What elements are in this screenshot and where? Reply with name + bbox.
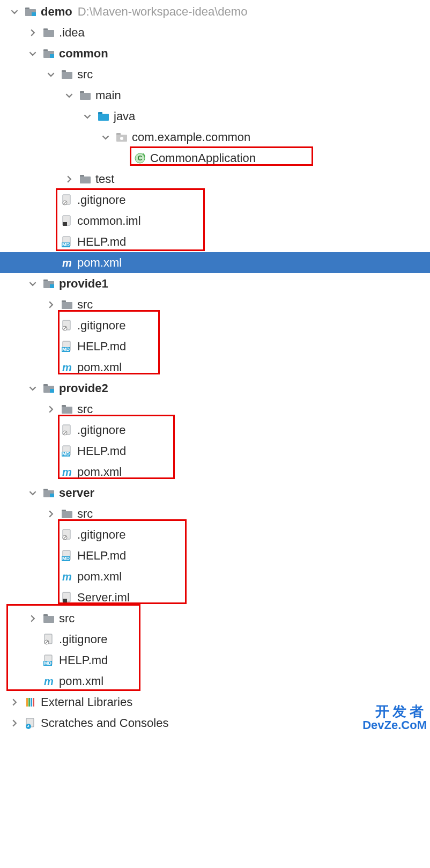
node-label: src: [59, 612, 75, 626]
node-label: .gitignore: [77, 528, 126, 542]
tree-row-server[interactable]: server: [0, 482, 430, 503]
chevron-down-icon[interactable]: [24, 280, 42, 288]
tree-row-common-main[interactable]: main: [0, 85, 430, 106]
node-label: main: [95, 89, 121, 102]
chevron-right-icon[interactable]: [42, 406, 60, 413]
watermark-line2: DevZe.CoM: [362, 719, 427, 731]
module-folder-icon: [24, 6, 38, 17]
node-label: pom.xml: [77, 465, 122, 479]
tree-row-provide1[interactable]: provide1: [0, 273, 430, 294]
svg-rect-44: [50, 389, 54, 393]
chevron-right-icon[interactable]: [42, 301, 60, 308]
markdown-file-icon: MD: [60, 550, 74, 562]
chevron-down-icon[interactable]: [24, 50, 42, 57]
tree-row-provide1-gitignore[interactable]: .gitignore: [0, 315, 430, 336]
folder-icon: [60, 509, 74, 519]
maven-file-icon: m: [42, 675, 56, 687]
chevron-down-icon[interactable]: [24, 385, 42, 392]
libraries-icon: [24, 696, 38, 708]
svg-rect-67: [63, 599, 67, 602]
tree-row-demo[interactable]: demo D:\Maven-workspace-idea\demo: [0, 1, 430, 22]
tree-row-provide2[interactable]: provide2: [0, 378, 430, 399]
tree-row-server-help[interactable]: MD HELP.md: [0, 545, 430, 566]
chevron-right-icon[interactable]: [42, 510, 60, 518]
gitignore-file-icon: [60, 194, 74, 206]
svg-rect-9: [62, 72, 72, 79]
chevron-down-icon[interactable]: [97, 134, 115, 141]
maven-file-icon: m: [60, 362, 74, 373]
chevron-down-icon[interactable]: [60, 92, 78, 99]
tree-row-server-src[interactable]: src: [0, 503, 430, 524]
tree-row-server-pom[interactable]: m pom.xml: [0, 566, 430, 587]
tree-row-common-package[interactable]: com.example.common: [0, 127, 430, 148]
node-label: common: [59, 47, 108, 61]
tree-row-common-gitignore[interactable]: .gitignore: [0, 189, 430, 210]
svg-rect-78: [28, 698, 30, 707]
module-folder-icon: [42, 488, 56, 498]
node-label: java: [114, 109, 135, 123]
tree-row-provide1-src[interactable]: src: [0, 294, 430, 315]
tree-row-common-iml[interactable]: common.iml: [0, 210, 430, 231]
tree-row-demo-help[interactable]: MD HELP.md: [0, 650, 430, 671]
node-label: .gitignore: [77, 193, 126, 207]
svg-rect-58: [62, 511, 72, 518]
tree-row-demo-src[interactable]: src: [0, 608, 430, 629]
chevron-right-icon[interactable]: [5, 719, 24, 727]
module-folder-icon: [42, 278, 56, 289]
tree-row-provide1-pom[interactable]: m pom.xml: [0, 357, 430, 378]
tree-row-idea[interactable]: .idea: [0, 22, 430, 43]
folder-icon: [60, 69, 74, 80]
tree-row-common-java[interactable]: java: [0, 106, 430, 127]
tree-row-common-application[interactable]: C CommonApplication: [0, 148, 430, 168]
chevron-right-icon[interactable]: [5, 698, 24, 706]
node-label: src: [77, 298, 93, 312]
node-label: src: [77, 68, 93, 82]
svg-rect-32: [50, 284, 54, 288]
tree-row-provide2-src[interactable]: src: [0, 399, 430, 420]
tree-row-provide2-help[interactable]: MD HELP.md: [0, 440, 430, 461]
folder-icon: [78, 174, 92, 185]
package-icon: [115, 132, 129, 143]
iml-file-icon: [60, 215, 74, 227]
chevron-right-icon[interactable]: [24, 29, 42, 36]
svg-rect-2: [32, 12, 36, 16]
tree-row-provide2-pom[interactable]: m pom.xml: [0, 461, 430, 482]
folder-icon: [42, 27, 56, 38]
svg-rect-69: [43, 616, 54, 623]
tree-row-provide1-help[interactable]: MD HELP.md: [0, 336, 430, 357]
markdown-file-icon: MD: [60, 445, 74, 457]
svg-text:MD: MD: [62, 347, 70, 352]
spring-class-icon: C: [133, 152, 147, 164]
markdown-file-icon: MD: [42, 654, 56, 666]
chevron-down-icon[interactable]: [42, 71, 60, 78]
node-label: HELP.md: [77, 444, 126, 458]
tree-row-demo-pom[interactable]: m pom.xml: [0, 671, 430, 692]
node-label: Scratches and Consoles: [41, 716, 168, 730]
tree-row-common-help[interactable]: MD HELP.md: [0, 231, 430, 252]
tree-row-provide2-gitignore[interactable]: .gitignore: [0, 420, 430, 440]
chevron-down-icon[interactable]: [24, 489, 42, 497]
svg-rect-77: [26, 698, 28, 707]
chevron-down-icon[interactable]: [78, 113, 97, 120]
chevron-right-icon[interactable]: [24, 615, 42, 622]
tree-row-server-gitignore[interactable]: .gitignore: [0, 524, 430, 545]
chevron-right-icon[interactable]: [60, 175, 78, 183]
tree-row-server-iml[interactable]: Server.iml: [0, 587, 430, 608]
node-label: demo: [41, 5, 72, 19]
folder-icon: [60, 404, 74, 415]
tree-row-common-src[interactable]: src: [0, 64, 430, 85]
svg-rect-4: [43, 30, 54, 37]
node-label: common.iml: [77, 214, 141, 228]
maven-file-icon: m: [60, 466, 74, 478]
node-label: CommonApplication: [150, 151, 256, 165]
tree-row-common[interactable]: common: [0, 43, 430, 64]
tree-row-common-test[interactable]: test: [0, 168, 430, 189]
maven-file-icon: m: [60, 257, 74, 269]
tree-row-demo-gitignore[interactable]: .gitignore: [0, 629, 430, 650]
node-label: .idea: [59, 26, 85, 40]
chevron-down-icon[interactable]: [5, 8, 24, 16]
svg-rect-25: [63, 222, 67, 226]
tree-row-common-pom[interactable]: m pom.xml: [0, 252, 430, 273]
node-path: D:\Maven-workspace-idea\demo: [78, 5, 248, 19]
svg-rect-79: [31, 698, 32, 707]
